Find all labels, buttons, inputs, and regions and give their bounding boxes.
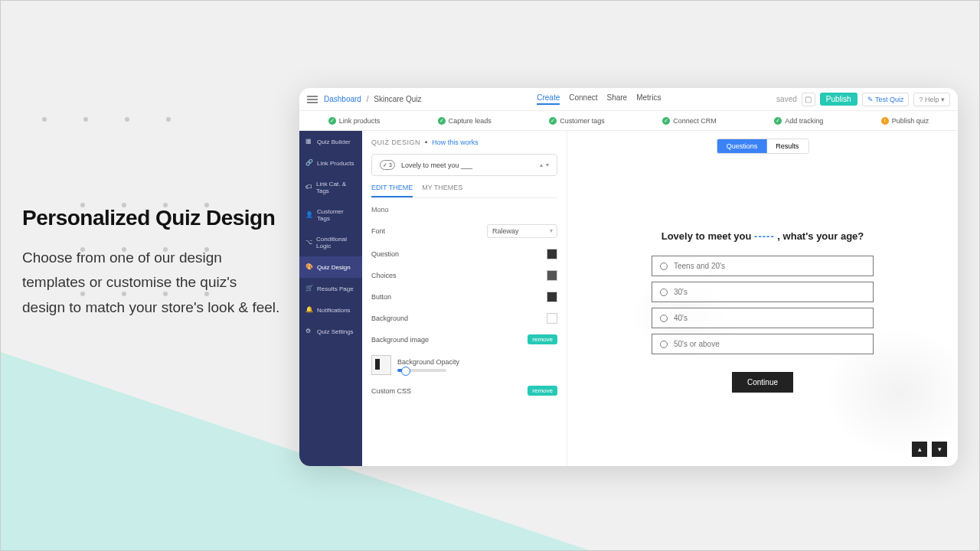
step-add-tracking[interactable]: ✓Add tracking: [774, 117, 823, 125]
cart-icon: 🛒: [305, 285, 313, 292]
remove-custom-css-button[interactable]: remove: [528, 386, 557, 396]
sidebar-item-conditional-logic[interactable]: ⌥Conditional Logic: [299, 229, 362, 256]
step-connect-crm[interactable]: ✓Connect CRM: [662, 117, 717, 125]
step-link-products[interactable]: ✓Link products: [328, 117, 381, 125]
choices-color-label: Choices: [371, 272, 397, 279]
sidebar-item-label: Results Page: [317, 285, 354, 292]
tab-questions[interactable]: Questions: [717, 139, 767, 153]
question-color-label: Question: [371, 250, 399, 258]
gear-icon: ⚙: [305, 328, 313, 335]
bell-icon: 🔔: [305, 306, 313, 314]
sidebar-item-quiz-design[interactable]: 🎨Quiz Design: [299, 256, 362, 278]
check-icon: ✓: [438, 117, 446, 125]
menu-icon[interactable]: [307, 96, 318, 103]
question-text-preview: Lovely to meet you ___: [401, 161, 472, 169]
theme-tabs: EDIT THEME MY THEMES: [371, 184, 557, 198]
marketing-body: Choose from one of our design templates …: [22, 246, 283, 320]
sidebar-item-label: Notifications: [317, 307, 351, 314]
topbar: Dashboard / Skincare Quiz Create Connect…: [299, 88, 958, 111]
quiz-option[interactable]: 50's or above: [652, 334, 874, 354]
panel-title: QUIZ DESIGN: [371, 139, 420, 146]
sidebar-item-quiz-settings[interactable]: ⚙Quiz Settings: [299, 321, 362, 342]
nav-metrics[interactable]: Metrics: [636, 93, 661, 105]
sidebar-item-link-cat-tags[interactable]: 🏷Link Cat. & Tags: [299, 174, 362, 201]
sidebar-item-label: Quiz Design: [317, 264, 351, 271]
remove-bg-image-button[interactable]: remove: [528, 334, 557, 344]
tab-edit-theme[interactable]: EDIT THEME: [371, 184, 413, 197]
help-button[interactable]: ? Help ▾: [913, 93, 950, 106]
radio-icon: [660, 289, 668, 296]
steps-bar: ✓Link products ✓Capture leads ✓Customer …: [299, 111, 958, 131]
button-color-label: Button: [371, 293, 391, 301]
theme-name-label: Mono: [371, 206, 557, 214]
step-customer-tags[interactable]: ✓Customer tags: [549, 117, 605, 125]
bg-opacity-label: Background Opacity: [397, 358, 459, 366]
choices-color-swatch[interactable]: [547, 270, 557, 281]
radio-icon: [660, 341, 668, 348]
radio-icon: [660, 315, 668, 322]
top-nav: Create Connect Share Metrics: [422, 93, 777, 105]
step-publish-quiz[interactable]: !Publish quiz: [881, 117, 929, 125]
question-up-icon[interactable]: ▴: [540, 161, 543, 168]
prev-question-button[interactable]: ▴: [912, 442, 927, 457]
step-capture-leads[interactable]: ✓Capture leads: [438, 117, 492, 125]
background-color-swatch[interactable]: [547, 313, 557, 324]
continue-button[interactable]: Continue: [732, 372, 793, 393]
quiz-option-label: 40's: [674, 314, 688, 322]
check-icon: ✓: [774, 117, 782, 125]
next-question-button[interactable]: ▾: [932, 442, 947, 457]
breadcrumb-root[interactable]: Dashboard: [324, 95, 361, 103]
warning-icon: !: [881, 117, 889, 125]
quiz-option-label: 50's or above: [674, 340, 720, 348]
tab-results[interactable]: Results: [766, 139, 808, 153]
quiz-option[interactable]: Teens and 20's: [652, 256, 874, 276]
check-icon: ✓: [662, 117, 670, 125]
sidebar-item-label: Quiz Settings: [317, 328, 354, 335]
tab-my-themes[interactable]: MY THEMES: [422, 184, 462, 197]
how-this-works-link[interactable]: How this works: [432, 139, 479, 146]
sidebar-item-notifications[interactable]: 🔔Notifications: [299, 299, 362, 321]
sidebar-item-results-page[interactable]: 🛒Results Page: [299, 278, 362, 299]
sidebar-item-quiz-builder[interactable]: ▦Quiz Builder: [299, 131, 362, 152]
question-selector[interactable]: ✓ 3 Lovely to meet you ___ ▴ ▾: [371, 154, 557, 176]
background-image-label: Background image: [371, 336, 429, 344]
nav-create[interactable]: Create: [537, 93, 560, 105]
sidebar-item-label: Quiz Builder: [317, 139, 351, 145]
publish-button[interactable]: Publish: [820, 93, 858, 106]
grid-icon: ▦: [305, 138, 313, 145]
breadcrumb: Dashboard / Skincare Quiz: [324, 95, 422, 103]
link-icon: 🔗: [305, 159, 313, 167]
sidebar-item-label: Customer Tags: [317, 208, 356, 222]
question-number-badge: ✓ 3: [380, 160, 395, 170]
test-quiz-button[interactable]: ✎ Test Quiz: [862, 93, 910, 106]
font-label: Font: [371, 227, 385, 235]
app-window: Dashboard / Skincare Quiz Create Connect…: [299, 88, 958, 466]
custom-css-label: Custom CSS: [371, 387, 411, 395]
font-select[interactable]: Raleway: [487, 224, 557, 238]
saved-status: saved: [776, 95, 797, 103]
question-color-swatch[interactable]: [547, 249, 557, 259]
sidebar: ▦Quiz Builder 🔗Link Products 🏷Link Cat. …: [299, 131, 362, 466]
button-color-swatch[interactable]: [547, 292, 557, 302]
branch-icon: ⌥: [305, 239, 312, 246]
quiz-option-label: Teens and 20's: [674, 262, 725, 270]
settings-panel: QUIZ DESIGN • How this works ✓ 3 Lovely …: [362, 131, 567, 466]
sidebar-item-customer-tags[interactable]: 👤Customer Tags: [299, 201, 362, 229]
sidebar-item-link-products[interactable]: 🔗Link Products: [299, 152, 362, 174]
quiz-option[interactable]: 40's: [652, 308, 874, 328]
sidebar-item-label: Link Cat. & Tags: [316, 181, 356, 194]
breadcrumb-current: Skincare Quiz: [374, 95, 421, 103]
check-icon: ✓: [328, 117, 336, 125]
nav-share[interactable]: Share: [606, 93, 627, 105]
nav-connect[interactable]: Connect: [569, 93, 597, 105]
quiz-option[interactable]: 30's: [652, 282, 874, 302]
marketing-title: Personalized Quiz Design: [22, 206, 283, 230]
background-color-label: Background: [371, 315, 408, 322]
bg-opacity-slider[interactable]: [397, 369, 446, 372]
sidebar-item-label: Conditional Logic: [316, 236, 356, 249]
bg-image-thumbnail[interactable]: [371, 355, 391, 375]
quiz-option-label: 30's: [674, 288, 688, 296]
save-icon[interactable]: ▢: [802, 93, 815, 106]
sidebar-item-label: Link Products: [317, 160, 354, 167]
question-down-icon[interactable]: ▾: [546, 161, 549, 168]
